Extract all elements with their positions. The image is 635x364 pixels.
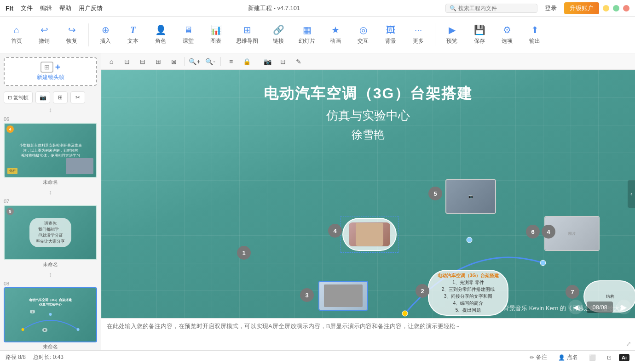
toolbar-divider-2 bbox=[435, 23, 435, 46]
notes-label: 备注 bbox=[536, 353, 547, 361]
toolbar-redo[interactable]: ↪ 恢复 bbox=[59, 22, 85, 48]
image-frame-1[interactable] bbox=[318, 281, 368, 311]
slide-thumb-06[interactable]: 4 小型摄影车供料器安装检测开关及线束注：以上图为例来讲解，到时候的视频将拍摄实… bbox=[4, 123, 97, 178]
toolbar-interact[interactable]: ◎ 交互 bbox=[350, 22, 376, 48]
nav-prev[interactable]: ◀ bbox=[568, 300, 583, 314]
toolbar-anim-label: 动画 bbox=[330, 37, 341, 45]
action-zoom-in[interactable]: 🔍+ bbox=[188, 55, 201, 68]
toolbar-chart-label: 图表 bbox=[210, 37, 221, 45]
cloud-node-2[interactable] bbox=[342, 218, 397, 251]
minimize-button[interactable]: ─ bbox=[603, 5, 609, 11]
svg-point-5 bbox=[540, 260, 546, 266]
close-button[interactable]: × bbox=[623, 5, 629, 11]
badge-1: 1 bbox=[237, 246, 251, 260]
nav-next[interactable]: ▶ bbox=[617, 300, 631, 314]
menu-bar: 文件 编辑 帮助 用户反馈 bbox=[21, 4, 103, 12]
copy-frame-button[interactable]: ⊡ 复制帧 bbox=[4, 91, 33, 103]
insert-icon: ⊕ bbox=[102, 24, 110, 35]
svg-point-1 bbox=[49, 313, 52, 316]
canvas-area[interactable]: ⌂ ⊡ ⊟ ⊞ ⊠ 🔍+ 🔍- ≡ 🔒 📷 ⊡ ✎ 电动汽车空调（3G）台架搭建… bbox=[101, 53, 635, 350]
slide-thumb-07[interactable]: 5 调查你我们都能学，但就没学分证率先让大家分享 bbox=[4, 205, 97, 260]
svg-point-0 bbox=[22, 328, 24, 331]
menu-file[interactable]: 文件 bbox=[21, 4, 33, 12]
notes-expand-button[interactable]: ⤢ bbox=[626, 340, 631, 347]
expand-button[interactable]: ⊞ bbox=[53, 91, 68, 103]
new-frame-button[interactable]: ⊞ + 新建镜头帧 bbox=[4, 57, 97, 86]
text-icon: T bbox=[130, 25, 136, 35]
cloud-node-center[interactable]: 电动汽车空调（3G）台架搭建 1、光测零 零件 2、三到分零部件搭建图纸 3、问… bbox=[428, 270, 508, 316]
action-ungroup[interactable]: ⊠ bbox=[167, 55, 180, 68]
search-box[interactable]: 🔍 bbox=[445, 4, 537, 13]
toolbar-bg-label: 背景 bbox=[385, 37, 396, 45]
toolbar-more[interactable]: ··· 更多 bbox=[405, 22, 431, 48]
main-area: ⊞ + 新建镜头帧 ⊡ 复制帧 📷 ⊞ ✂ ↕ 06 bbox=[0, 53, 635, 350]
action-paste[interactable]: ⊟ bbox=[136, 55, 149, 68]
action-lock[interactable]: 🔒 bbox=[240, 55, 253, 68]
toolbar-save[interactable]: 💾 保存 bbox=[467, 22, 492, 48]
toolbar-chart[interactable]: 📊 图表 bbox=[203, 22, 229, 48]
action-zoom-out[interactable]: 🔍- bbox=[204, 55, 217, 68]
toolbar-role[interactable]: 👤 角色 bbox=[148, 22, 173, 48]
slide-item-07[interactable]: 07 5 调查你我们都能学，但就没学分证率先让大家分享 未命名 bbox=[0, 197, 101, 270]
points-button[interactable]: 👤 点名 bbox=[554, 353, 582, 362]
action-frame[interactable]: ⊡ bbox=[277, 55, 289, 68]
copy-icon: ⊡ bbox=[8, 95, 12, 101]
slide-thumb-08[interactable]: 电动汽车空调（3G）台架搭建仿真与实验中心 2 0 bbox=[4, 287, 97, 342]
toolbar-anim[interactable]: ★ 动画 bbox=[323, 22, 348, 48]
toolbar-export[interactable]: ⬆ 输出 bbox=[522, 22, 548, 48]
toolbar-mindmap[interactable]: ⊞ 思维导图 bbox=[231, 22, 264, 48]
fullscreen-button[interactable]: ⊡ bbox=[603, 353, 615, 362]
toolbar-link[interactable]: 🔗 链接 bbox=[266, 22, 291, 48]
toolbar-options[interactable]: ⚙ 选项 bbox=[494, 22, 520, 48]
badge-3: 3 bbox=[300, 288, 314, 302]
toolbar-home[interactable]: ⌂ 首页 bbox=[4, 22, 29, 48]
slide-item-06[interactable]: 06 4 小型摄影车供料器安装检测开关及线束注：以上图为例来讲解，到时候的视频将… bbox=[0, 114, 101, 188]
slide-icon: ▦ bbox=[303, 24, 312, 35]
search-input[interactable] bbox=[458, 5, 527, 11]
new-frame-plus-icon: + bbox=[55, 62, 61, 73]
right-panel-toggle[interactable]: ‹ bbox=[628, 180, 635, 208]
maximize-button[interactable]: □ bbox=[613, 5, 619, 11]
badge-4-right: 4 bbox=[542, 225, 555, 239]
login-button[interactable]: 登录 bbox=[541, 2, 560, 14]
camera-button[interactable]: 📷 bbox=[35, 91, 50, 103]
notes-input[interactable] bbox=[107, 322, 629, 347]
canvas-content[interactable]: 电动汽车空调（3G）台架搭建 仿真与实验中心 徐雪艳 电动汽车空调（3G）台架搭… bbox=[101, 70, 635, 318]
toolbar-bg[interactable]: 🖼 背景 bbox=[378, 22, 404, 48]
action-bar: ⌂ ⊡ ⊟ ⊞ ⊠ 🔍+ 🔍- ≡ 🔒 📷 ⊡ ✎ bbox=[101, 53, 635, 70]
record-button[interactable]: ⬜ bbox=[585, 353, 600, 362]
action-edit[interactable]: ✎ bbox=[292, 55, 305, 68]
scissors-button[interactable]: ✂ bbox=[70, 91, 85, 103]
action-home[interactable]: ⌂ bbox=[105, 55, 118, 68]
nav-overlay: ◀ 08/08 ▶ bbox=[568, 300, 631, 314]
toolbar-export-label: 输出 bbox=[529, 37, 540, 45]
action-copy[interactable]: ⊡ bbox=[121, 55, 133, 68]
badge-6: 6 bbox=[526, 225, 540, 239]
toolbar-slide[interactable]: ▦ 幻灯片 bbox=[293, 22, 321, 48]
role-icon: 👤 bbox=[155, 24, 167, 35]
action-screenshot[interactable]: 📷 bbox=[261, 55, 274, 68]
cloud-node-2-wrapper bbox=[342, 218, 397, 251]
toolbar-insert[interactable]: ⊕ 插入 bbox=[92, 22, 118, 48]
toolbar-preview[interactable]: ▶ 预览 bbox=[439, 22, 465, 48]
slide-title-line3: 徐雪艳 bbox=[101, 127, 635, 142]
slide-item-08[interactable]: 08 电动汽车空调（3G）台架搭建仿真与实验中心 bbox=[0, 279, 101, 350]
toolbar-divider-1 bbox=[88, 23, 89, 46]
toolbar-options-label: 选项 bbox=[502, 37, 513, 45]
points-label: 点名 bbox=[567, 353, 578, 361]
action-align[interactable]: ≡ bbox=[225, 55, 237, 68]
menu-help[interactable]: 帮助 bbox=[59, 4, 71, 12]
points-icon: 👤 bbox=[558, 354, 565, 361]
upgrade-button[interactable]: 升级账户 bbox=[564, 2, 599, 14]
menu-edit[interactable]: 编辑 bbox=[40, 4, 52, 12]
toolbar-undo[interactable]: ↩ 撤销 bbox=[31, 22, 57, 48]
undo-icon: ↩ bbox=[40, 24, 48, 35]
toolbar-text[interactable]: T 文本 bbox=[120, 22, 146, 48]
image-frame-3[interactable]: 📷 bbox=[445, 179, 496, 214]
action-group[interactable]: ⊞ bbox=[152, 55, 165, 68]
menu-feedback[interactable]: 用户反馈 bbox=[79, 4, 103, 12]
notes-button[interactable]: ✏ 备注 bbox=[526, 353, 551, 362]
toolbar-class[interactable]: 🖥 课堂 bbox=[175, 22, 201, 48]
status-bar: 路径 8/8 总时长: 0:43 ✏ 备注 👤 点名 ⬜ ⊡ Ai bbox=[0, 350, 635, 364]
link-icon: 🔗 bbox=[273, 24, 284, 35]
